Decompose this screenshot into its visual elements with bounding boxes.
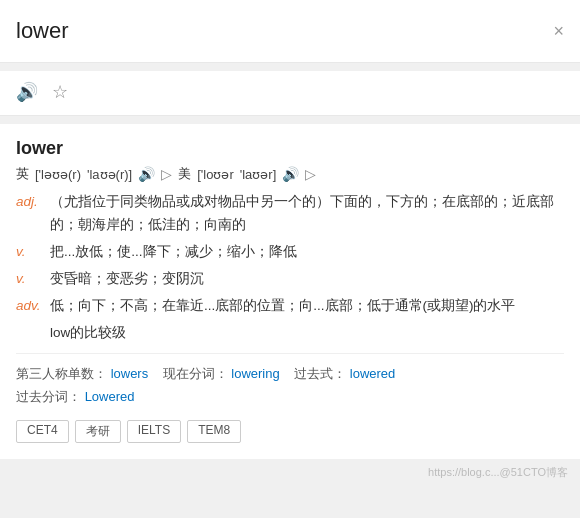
def-row-adj: adj. （尤指位于同类物品或成对物品中另一个的）下面的，下方的；在底部的；近底… [16,191,564,237]
word-title: lower [16,138,564,159]
forms-row: 第三人称单数： lowers 现在分词： lowering 过去式： lower… [16,362,564,409]
speaker-icon[interactable]: 🔊 [16,81,38,103]
pos-adj: adj. [16,191,46,214]
watermark: https://blog.c...@51CTO博客 [0,459,580,484]
definition-card: lower 英 ['ləʊə(r) 'laʊə(r)] 🔊 ▷ 美 ['loʊə… [0,124,580,459]
en-pron1: ['ləʊə(r) [35,167,81,182]
tag-ielts[interactable]: IELTS [127,420,181,443]
en-speaker-icon[interactable]: 🔊 [138,166,155,182]
third-link[interactable]: lowers [111,366,149,381]
us-play-icon[interactable]: ▷ [305,166,316,182]
us-pron2: 'laʊər] [240,167,277,182]
pos-v1: v. [16,241,46,264]
close-button[interactable]: × [553,22,564,40]
present-label: 现在分词： [163,366,228,381]
search-bar: lower × [0,0,580,63]
us-speaker-icon[interactable]: 🔊 [282,166,299,182]
pastpart-label: 过去分词： [16,389,81,404]
def-v1: 把...放低；使...降下；减少；缩小；降低 [50,241,564,264]
tag-考研[interactable]: 考研 [75,420,121,443]
pastpart-link[interactable]: Lowered [85,389,135,404]
tag-tem8[interactable]: TEM8 [187,420,241,443]
en-play-icon[interactable]: ▷ [161,166,172,182]
us-label: 美 [178,165,191,183]
definitions: adj. （尤指位于同类物品或成对物品中另一个的）下面的，下方的；在底部的；近底… [16,191,564,345]
en-pron2: 'laʊə(r)] [87,167,132,182]
en-label: 英 [16,165,29,183]
divider [16,353,564,354]
icon-row: 🔊 ☆ [0,71,580,116]
third-label: 第三人称单数： [16,366,107,381]
def-v2: 变昏暗；变恶劣；变阴沉 [50,268,564,291]
def-adv: 低；向下；不高；在靠近...底部的位置；向...底部；低于通常(或期望)的水平 [50,295,564,318]
def-adj: （尤指位于同类物品或成对物品中另一个的）下面的，下方的；在底部的；近底部的；朝海… [50,191,564,237]
past-label: 过去式： [294,366,346,381]
present-link[interactable]: lowering [231,366,279,381]
pos-adv: adv. [16,295,46,318]
past-link[interactable]: lowered [350,366,396,381]
def-row-v2: v. 变昏暗；变恶劣；变阴沉 [16,268,564,291]
star-icon[interactable]: ☆ [52,81,68,103]
tags-row: CET4考研IELTSTEM8 [16,420,564,443]
def-row-v1: v. 把...放低；使...降下；减少；缩小；降低 [16,241,564,264]
us-pron1: ['loʊər [197,167,234,182]
phonetics-row: 英 ['ləʊə(r) 'laʊə(r)] 🔊 ▷ 美 ['loʊər 'laʊ… [16,165,564,183]
def-row-adv: adv. 低；向下；不高；在靠近...底部的位置；向...底部；低于通常(或期望… [16,295,564,318]
pos-v2: v. [16,268,46,291]
def-row-comp: low的比较级 [16,322,564,345]
def-comp: low的比较级 [50,322,564,345]
search-word: lower [16,18,69,44]
tag-cet4[interactable]: CET4 [16,420,69,443]
